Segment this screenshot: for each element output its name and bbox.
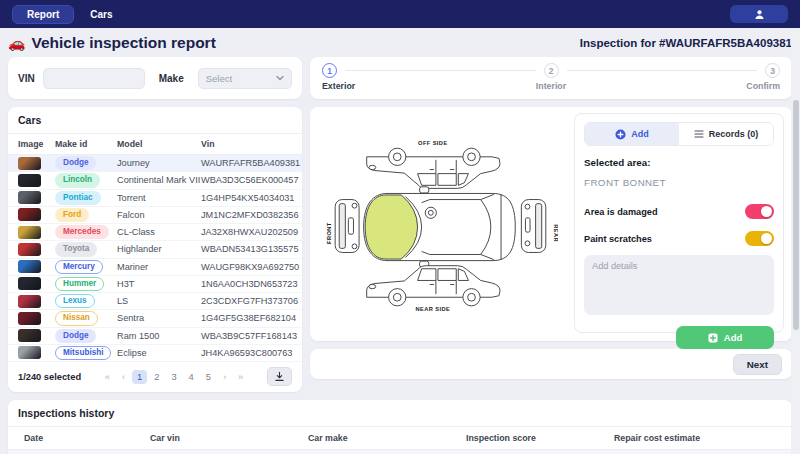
car-model: H3T	[117, 275, 201, 292]
app-root: Report Cars 🚗 Vehicle inspection report …	[0, 0, 800, 454]
nav-tab-report[interactable]: Report	[12, 5, 74, 24]
scrollbar-thumb[interactable]	[793, 100, 799, 330]
selected-area-value: FRONT BONNET	[584, 177, 774, 188]
car-row[interactable]: ToyotaHighlanderWBADN53413G135575	[8, 241, 302, 258]
damaged-toggle[interactable]	[745, 204, 774, 219]
pagination-page-4[interactable]: 4	[184, 370, 199, 384]
history-score-cell: 85%	[466, 450, 614, 454]
make-badge: Lincoln	[55, 173, 100, 187]
page: 🚗 Vehicle inspection report Inspection f…	[0, 28, 800, 454]
car-model: Torrent	[117, 189, 201, 206]
user-menu-button[interactable]	[730, 5, 788, 23]
history-table: Date Car vin Car make Inspection score R…	[8, 427, 792, 454]
download-icon	[274, 371, 285, 382]
car-thumbnail	[18, 208, 41, 221]
car-thumbnail	[18, 312, 41, 325]
nav-tab-cars[interactable]: Cars	[90, 9, 112, 20]
history-table-header: Date Car vin Car make Inspection score R…	[8, 427, 792, 450]
car-row[interactable]: MercuryMarinerWAUGF98KX9A692750	[8, 258, 302, 275]
pagination-page-2[interactable]: 2	[149, 370, 164, 384]
plus-circle-icon	[615, 129, 626, 140]
step-3-circle[interactable]: 3	[765, 63, 780, 78]
car-row[interactable]: HummerH3T1N6AA0CH3DN653723	[8, 275, 302, 292]
make-badge: Pontiac	[55, 191, 101, 205]
add-record-button[interactable]: Add	[676, 326, 774, 349]
car-model: Highlander	[117, 241, 201, 258]
car-vin: WAUGF98KX9A692750	[201, 258, 302, 275]
front-bonnet-area[interactable]	[365, 195, 417, 259]
next-button[interactable]: Next	[733, 354, 782, 375]
rear-label: REAR	[553, 224, 558, 242]
car-vin: WBADN53413G135575	[201, 241, 302, 258]
car-model: LS	[117, 293, 201, 310]
car-row[interactable]: DodgeJourneyWAURFAFR5BA409381	[8, 155, 302, 172]
car-row[interactable]: MercedesCL-ClassJA32X8HWXAU202509	[8, 224, 302, 241]
make-select[interactable]: Select	[198, 68, 292, 89]
selected-count: 1/240 selected	[18, 372, 81, 382]
rear-view[interactable]	[521, 200, 545, 253]
scratches-toggle-row: Paint scratches	[584, 231, 774, 246]
inspections-history-card: Inspections history Date Car vin Car mak…	[8, 400, 792, 454]
wizard-footer: Next	[310, 349, 792, 379]
right-column: 1 2 3 Exterior Interior Confirm	[310, 57, 792, 392]
scratches-toggle[interactable]	[745, 231, 774, 246]
car-row[interactable]: FordFalconJM1NC2MFXD0382356	[8, 206, 302, 223]
vin-label: VIN	[18, 73, 35, 84]
pagination-next[interactable]: ›	[218, 370, 231, 384]
make-badge: Lexus	[55, 294, 95, 308]
tab-records[interactable]: Records (0)	[679, 123, 773, 145]
car-row[interactable]: MitsubishiEclipseJH4KA96593C800763	[8, 344, 302, 361]
off-side-view[interactable]	[367, 148, 500, 188]
near-side-view[interactable]	[367, 266, 500, 306]
make-badge: Dodge	[55, 329, 96, 343]
car-thumbnail	[18, 346, 41, 359]
download-button[interactable]	[267, 367, 292, 386]
car-model: Mariner	[117, 258, 201, 275]
col-date: Date	[8, 427, 150, 450]
front-view[interactable]	[335, 200, 359, 253]
top-view	[364, 187, 516, 267]
tab-add[interactable]: Add	[585, 123, 679, 145]
pagination-first[interactable]: «	[100, 370, 115, 384]
front-label: FRONT	[326, 222, 332, 244]
toggle-knob	[761, 206, 772, 217]
make-badge: Ford	[55, 208, 89, 222]
damaged-toggle-label: Area is damaged	[584, 207, 658, 217]
details-textarea[interactable]	[584, 255, 774, 315]
pagination-prev[interactable]: ‹	[117, 370, 130, 384]
step-1-label: Exterior	[322, 81, 355, 91]
car-row[interactable]: NissanSentra1G4GF5G38EF682104	[8, 310, 302, 327]
car-row[interactable]: LexusLS2C3CDXFG7FH373706	[8, 293, 302, 310]
car-vin: 1G4GF5G38EF682104	[201, 310, 302, 327]
selected-area-label: Selected area:	[584, 157, 774, 168]
make-badge: Nissan	[55, 311, 98, 325]
left-column: VIN Make Select Cars Image Make id Mo	[8, 57, 302, 392]
car-row[interactable]: DodgeRam 1500WBA3B9C57FF168143	[8, 327, 302, 344]
car-vin: WBA3D3C56EK000457	[201, 172, 302, 189]
car-thumbnail	[18, 243, 41, 256]
tab-records-label: Records (0)	[709, 129, 759, 139]
history-row[interactable]: Jan 01, 20221HGCM82633A123456Honda85%$50…	[8, 450, 792, 454]
car-thumbnail	[18, 329, 41, 342]
pagination-page-1[interactable]: 1	[132, 370, 147, 384]
step-1-circle[interactable]: 1	[322, 63, 337, 78]
step-2-circle[interactable]: 2	[544, 63, 559, 78]
scrollbar-track[interactable]	[791, 28, 800, 454]
pagination-page-3[interactable]: 3	[166, 370, 181, 384]
stepper: 1 2 3 Exterior Interior Confirm	[310, 57, 792, 99]
car-row[interactable]: LincolnContinental Mark VIIWBA3D3C56EK00…	[8, 172, 302, 189]
car-row[interactable]: PontiacTorrent1G4HP54KX54034031	[8, 189, 302, 206]
car-vin: WBA3B9C57FF168143	[201, 327, 302, 344]
pagination: «‹12345›»	[100, 370, 248, 384]
col-score: Inspection score	[466, 427, 614, 450]
pagination-page-5[interactable]: 5	[201, 370, 216, 384]
col-car-vin: Car vin	[150, 427, 308, 450]
make-badge: Hummer	[55, 277, 104, 291]
col-model: Model	[117, 134, 201, 155]
cars-card: Cars Image Make id Model Vin DodgeJourne…	[8, 107, 302, 392]
step-connector	[345, 70, 536, 71]
vin-input[interactable]	[43, 68, 145, 89]
car-thumbnail	[18, 295, 41, 308]
pagination-last[interactable]: »	[233, 370, 248, 384]
make-badge: Mercury	[55, 260, 103, 274]
